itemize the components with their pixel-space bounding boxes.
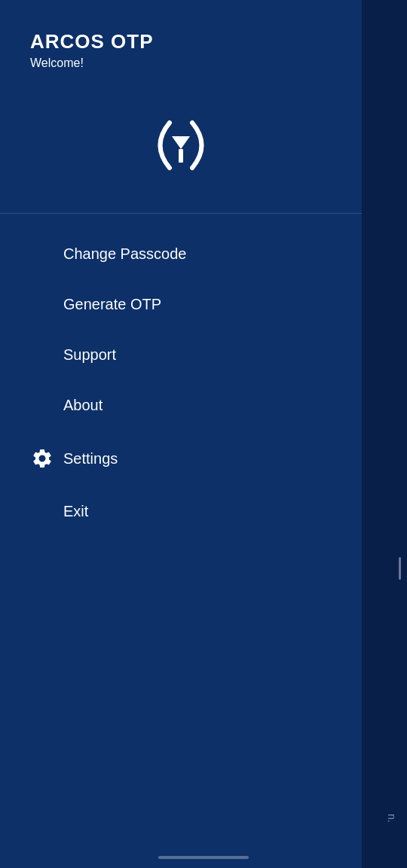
main-panel: ARCOS OTP Welcome! Change Passcode Gener… bbox=[0, 0, 362, 868]
svg-rect-1 bbox=[179, 149, 183, 163]
gear-icon bbox=[30, 447, 54, 470]
logo-container bbox=[0, 85, 362, 213]
menu-item-generate-otp[interactable]: Generate OTP bbox=[0, 279, 362, 330]
menu-item-change-passcode[interactable]: Change Passcode bbox=[0, 229, 362, 279]
menu-item-about[interactable]: About bbox=[0, 380, 362, 431]
menu-item-settings-label: Settings bbox=[63, 450, 118, 468]
bottom-navigation-bar bbox=[158, 856, 249, 859]
menu-item-support[interactable]: Support bbox=[0, 330, 362, 380]
menu-list: Change Passcode Generate OTP Support Abo… bbox=[0, 221, 362, 544]
menu-item-generate-otp-label: Generate OTP bbox=[63, 296, 161, 313]
menu-item-settings[interactable]: Settings bbox=[0, 431, 362, 486]
header: ARCOS OTP Welcome! bbox=[0, 0, 362, 85]
side-panel: n. bbox=[362, 0, 407, 868]
menu-item-about-label: About bbox=[63, 397, 103, 414]
menu-item-exit-label: Exit bbox=[63, 503, 88, 520]
side-text: n. bbox=[386, 814, 398, 823]
app-title: ARCOS OTP bbox=[30, 30, 332, 53]
menu-item-change-passcode-label: Change Passcode bbox=[63, 245, 186, 263]
welcome-text: Welcome! bbox=[30, 56, 332, 70]
menu-item-exit[interactable]: Exit bbox=[0, 486, 362, 537]
svg-marker-0 bbox=[172, 136, 190, 149]
scrollbar-indicator bbox=[399, 557, 401, 580]
divider bbox=[0, 213, 362, 214]
arcos-logo bbox=[143, 108, 219, 183]
menu-item-support-label: Support bbox=[63, 346, 116, 364]
